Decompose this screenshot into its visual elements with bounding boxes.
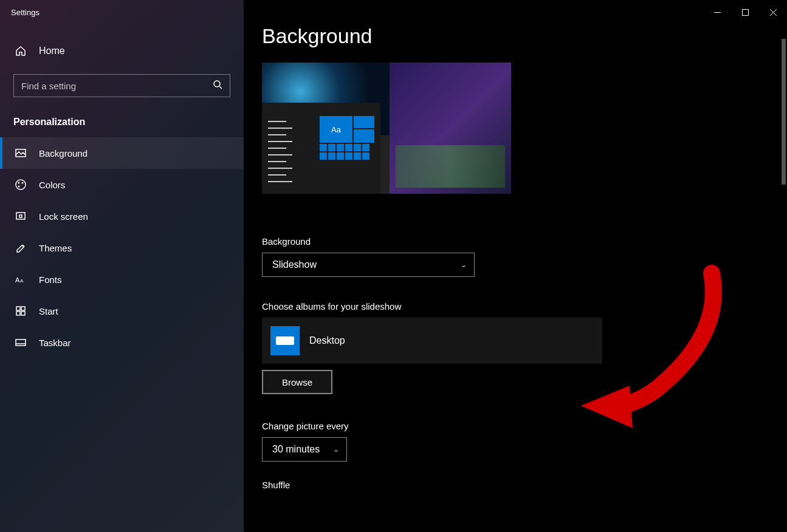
album-item[interactable]: Desktop [262, 318, 602, 364]
chevron-down-icon: ⌄ [461, 261, 467, 269]
svg-rect-17 [21, 307, 25, 310]
palette-icon [15, 179, 27, 191]
start-icon [15, 305, 27, 317]
sidebar-item-fonts[interactable]: AA Fonts [0, 264, 244, 295]
change-picture-label: Change picture every [262, 421, 769, 431]
folder-icon [270, 326, 300, 355]
sidebar-item-label: Themes [39, 243, 72, 253]
background-type-dropdown[interactable]: Slideshow ⌄ [262, 253, 475, 277]
svg-text:A: A [15, 276, 20, 284]
sidebar-item-colors[interactable]: Colors [0, 169, 244, 200]
home-button[interactable]: Home [0, 38, 244, 64]
svg-rect-19 [21, 312, 25, 315]
preview-sample-text: Aa [320, 116, 352, 143]
search-box[interactable] [13, 74, 230, 97]
home-label: Home [39, 46, 65, 56]
sidebar-item-label: Start [39, 306, 58, 316]
albums-label: Choose albums for your slideshow [262, 301, 769, 312]
sidebar-item-themes[interactable]: Themes [0, 232, 244, 264]
maximize-button[interactable] [731, 2, 759, 22]
change-picture-value: 30 minutes [272, 444, 320, 455]
section-header: Personalization [0, 111, 244, 137]
main-content: Background Aa Background Slideshow ⌄ Cho… [244, 0, 787, 532]
scrollbar[interactable] [782, 39, 786, 185]
page-title: Background [262, 24, 769, 48]
sidebar-item-background[interactable]: Background [0, 137, 244, 169]
minimize-button[interactable] [703, 2, 731, 22]
sidebar-item-start[interactable]: Start [0, 295, 244, 327]
background-preview: Aa [262, 63, 511, 194]
svg-point-9 [22, 182, 24, 184]
preview-window: Aa [262, 103, 380, 194]
titlebar: Settings [0, 0, 787, 24]
sidebar: Home Personalization Background Colors L… [0, 0, 244, 532]
search-icon [213, 80, 222, 92]
svg-rect-16 [16, 307, 20, 310]
sidebar-item-label: Taskbar [39, 338, 71, 348]
svg-point-4 [214, 81, 220, 87]
background-type-label: Background [262, 236, 769, 247]
svg-point-7 [16, 180, 26, 189]
svg-rect-20 [16, 339, 26, 346]
svg-point-8 [18, 182, 20, 184]
search-input[interactable] [21, 81, 213, 91]
change-picture-dropdown[interactable]: 30 minutes ⌄ [262, 437, 347, 462]
browse-button[interactable]: Browse [262, 370, 332, 394]
lockscreen-icon [15, 210, 27, 222]
album-name: Desktop [309, 335, 345, 346]
sidebar-item-label: Lock screen [39, 211, 88, 222]
close-button[interactable] [759, 2, 787, 22]
svg-rect-18 [16, 312, 20, 315]
window-title: Settings [11, 8, 40, 17]
shuffle-label: Shuffle [262, 480, 769, 490]
sidebar-item-label: Fonts [39, 275, 62, 285]
fonts-icon: AA [15, 273, 27, 285]
browse-label: Browse [282, 377, 312, 387]
svg-line-5 [219, 86, 222, 89]
themes-icon [15, 242, 27, 254]
sidebar-item-label: Colors [39, 180, 65, 190]
svg-text:A: A [20, 278, 24, 284]
window-controls [703, 2, 787, 22]
picture-icon [15, 147, 27, 159]
sidebar-item-lockscreen[interactable]: Lock screen [0, 200, 244, 232]
taskbar-icon [15, 336, 27, 349]
sidebar-item-label: Background [39, 148, 88, 159]
sidebar-item-taskbar[interactable]: Taskbar [0, 327, 244, 358]
chevron-down-icon: ⌄ [333, 445, 339, 454]
svg-point-10 [18, 186, 20, 188]
svg-rect-11 [16, 213, 25, 219]
svg-rect-12 [19, 215, 22, 217]
svg-rect-1 [742, 9, 748, 15]
background-type-value: Slideshow [272, 259, 317, 270]
home-icon [15, 45, 27, 57]
